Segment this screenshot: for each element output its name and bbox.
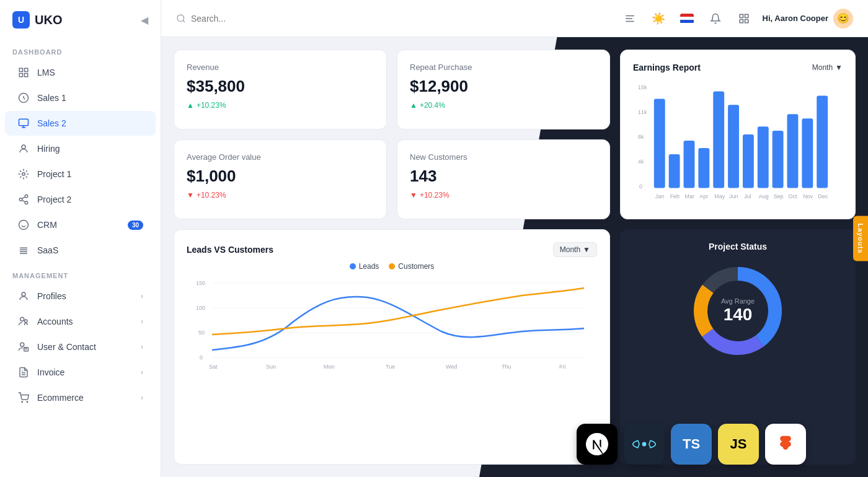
svg-text:Wed: Wed xyxy=(446,364,457,370)
svg-text:Sat: Sat xyxy=(209,364,218,370)
theme-toggle-button[interactable]: ☀️ xyxy=(649,9,668,28)
profiles-icon xyxy=(17,290,30,302)
hiring-icon xyxy=(17,142,30,155)
svg-point-27 xyxy=(177,15,184,22)
donut-center-text: Avg Range 140 xyxy=(721,297,755,325)
leads-period-label: Month xyxy=(560,245,580,254)
revenue-value: $35,800 xyxy=(187,77,374,96)
figma-icon xyxy=(765,424,806,465)
earnings-title: Earnings Report xyxy=(633,63,701,72)
flag-icon[interactable] xyxy=(677,9,697,28)
earnings-period-chevron: ▼ xyxy=(835,63,843,72)
avg-order-value: $1,000 xyxy=(187,167,374,186)
donut-avg-label: Avg Range xyxy=(721,297,755,305)
svg-text:Jan: Jan xyxy=(655,193,664,199)
sidebar-item-hiring[interactable]: Hiring xyxy=(5,136,156,161)
header: ☀️ Hi, Aaron Cooper 😊 xyxy=(161,0,868,37)
ecommerce-icon xyxy=(17,392,30,404)
svg-text:Aug: Aug xyxy=(759,193,769,199)
header-actions: ☀️ Hi, Aaron Cooper 😊 xyxy=(620,9,853,28)
leads-line-chart: 150 100 50 0 Sat Sun Mon xyxy=(187,276,597,375)
sales1-icon xyxy=(17,92,30,104)
react-icon xyxy=(624,424,665,465)
svg-text:Thu: Thu xyxy=(502,364,512,370)
svg-point-26 xyxy=(27,401,28,403)
svg-line-15 xyxy=(22,200,25,202)
avg-order-change: ▼ +10.23% xyxy=(187,191,374,199)
new-customers-value: 143 xyxy=(410,167,597,186)
crm-icon xyxy=(17,219,30,231)
svg-text:Sep: Sep xyxy=(774,193,784,199)
avatar: 😊 xyxy=(833,9,853,28)
leads-period-button[interactable]: Month ▼ xyxy=(553,242,597,257)
sidebar-item-accounts[interactable]: Accounts › xyxy=(5,309,156,334)
sidebar-item-project1[interactable]: Project 1 xyxy=(5,162,156,186)
svg-rect-50 xyxy=(787,114,799,188)
svg-rect-7 xyxy=(19,119,29,126)
svg-text:0: 0 xyxy=(639,183,642,190)
menu-lines-button[interactable] xyxy=(620,9,640,28)
sidebar-item-sales2[interactable]: Sales 2 xyxy=(5,111,156,136)
dashboard-content: Revenue $35,800 ▲ +10.23% Repeat Purchas… xyxy=(161,37,868,477)
layouts-tab-button[interactable]: Layouts xyxy=(853,216,868,261)
nextjs-icon xyxy=(577,424,618,465)
svg-text:Mar: Mar xyxy=(685,193,694,199)
svg-rect-34 xyxy=(740,19,743,22)
svg-point-17 xyxy=(19,221,29,230)
svg-text:Nov: Nov xyxy=(803,193,813,199)
sidebar-item-lms[interactable]: LMS xyxy=(5,60,156,85)
sidebar-item-crm[interactable]: CRM 30 xyxy=(5,212,156,237)
svg-line-6 xyxy=(24,98,25,99)
management-section-label: MANAGEMENT xyxy=(0,263,161,283)
leads-chart-title: Leads VS Customers xyxy=(187,245,273,255)
user-contact-icon xyxy=(17,341,30,353)
svg-text:Fri: Fri xyxy=(559,364,566,370)
project2-label: Project 2 xyxy=(37,195,143,204)
user-profile[interactable]: Hi, Aaron Cooper 😊 xyxy=(763,9,853,28)
search-input[interactable] xyxy=(191,14,315,24)
svg-point-25 xyxy=(22,401,23,403)
hiring-label: Hiring xyxy=(37,144,143,154)
svg-rect-48 xyxy=(758,126,769,188)
user-contact-label: User & Contact xyxy=(37,342,133,352)
svg-line-16 xyxy=(22,197,25,199)
svg-text:Feb: Feb xyxy=(670,193,680,199)
repeat-purchase-value: $12,900 xyxy=(410,77,597,96)
main-content: ☀️ Hi, Aaron Cooper 😊 xyxy=(161,0,868,477)
sidebar-item-sales1[interactable]: Sales 1 xyxy=(5,85,156,110)
invoice-label: Invoice xyxy=(37,367,133,377)
sidebar-item-invoice[interactable]: Invoice › xyxy=(5,360,156,385)
svg-rect-1 xyxy=(25,68,28,71)
svg-rect-2 xyxy=(19,74,22,77)
svg-point-19 xyxy=(20,317,24,321)
revenue-card: Revenue $35,800 ▲ +10.23% xyxy=(174,50,387,129)
svg-rect-46 xyxy=(728,105,739,188)
search-bar xyxy=(176,14,610,24)
grid-apps-button[interactable] xyxy=(734,9,754,28)
sidebar-item-project2[interactable]: Project 2 xyxy=(5,187,156,212)
leads-legend: Leads Customers xyxy=(187,262,597,271)
svg-text:8k: 8k xyxy=(638,134,644,140)
sales2-icon xyxy=(17,117,30,129)
earnings-period-select[interactable]: Month ▼ xyxy=(812,63,843,72)
sidebar-item-profiles[interactable]: Profiles › xyxy=(5,284,156,309)
logo[interactable]: U UKO xyxy=(12,11,62,28)
svg-rect-51 xyxy=(802,118,813,188)
tech-stack-icons: TS JS xyxy=(577,424,806,465)
notification-bell-button[interactable] xyxy=(706,9,725,28)
sidebar-item-saas[interactable]: SaaS xyxy=(5,238,156,263)
revenue-change: ▲ +10.23% xyxy=(187,101,374,110)
user-contact-chevron: › xyxy=(141,343,143,351)
leads-legend-label: Leads xyxy=(359,262,379,271)
repeat-purchase-card: Repeat Purchase $12,900 ▲ +20.4% xyxy=(397,50,610,129)
new-customers-change: ▼ +10.23% xyxy=(410,191,597,199)
svg-line-28 xyxy=(183,20,185,22)
typescript-icon: TS xyxy=(671,424,712,465)
sidebar-toggle-button[interactable]: ◀ xyxy=(141,14,148,26)
cards-grid: Revenue $35,800 ▲ +10.23% Repeat Purchas… xyxy=(161,37,868,477)
profiles-label: Profiles xyxy=(37,291,133,301)
sidebar-item-ecommerce[interactable]: Ecommerce › xyxy=(5,385,156,410)
sidebar-item-user-contact[interactable]: User & Contact › xyxy=(5,335,156,359)
sidebar: U UKO ◀ DASHBOARD LMS Sales 1 Sales 2 xyxy=(0,0,161,477)
leads-period-chevron: ▼ xyxy=(583,245,590,254)
